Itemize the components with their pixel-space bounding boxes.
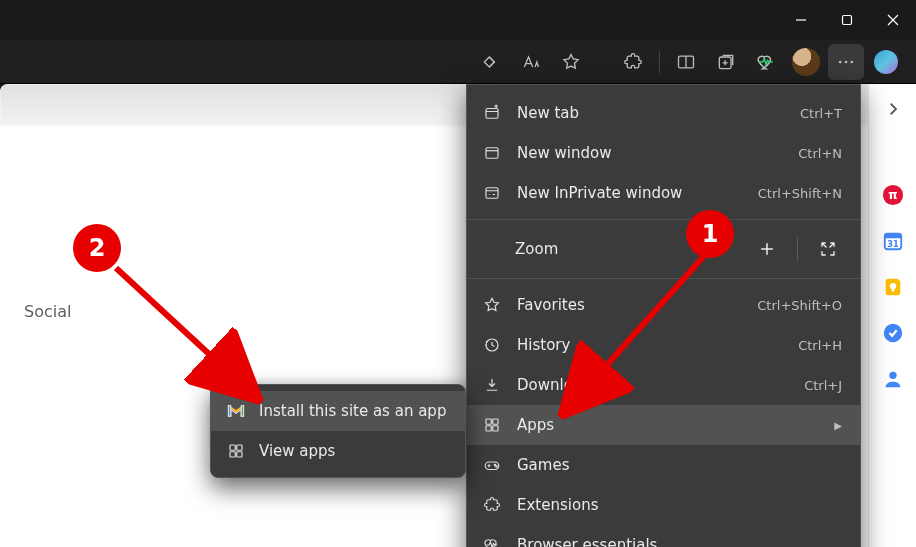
annotation-badge-2: 2 xyxy=(73,224,121,272)
svg-point-4 xyxy=(845,60,848,63)
menu-label: Games xyxy=(517,456,842,474)
menu-item-games[interactable]: Games xyxy=(467,445,860,485)
apps-icon xyxy=(481,416,503,434)
menu-shortcut: Ctrl+H xyxy=(798,338,842,353)
svg-point-3 xyxy=(839,60,842,63)
svg-rect-33 xyxy=(230,452,235,457)
menu-item-inprivate[interactable]: New InPrivate window Ctrl+Shift+N xyxy=(467,173,860,213)
svg-rect-22 xyxy=(486,419,491,424)
puzzle-icon xyxy=(481,496,503,514)
menu-label: New window xyxy=(517,144,784,162)
submenu-item-view-apps[interactable]: View apps xyxy=(211,431,465,471)
zoom-separator xyxy=(797,237,798,261)
svg-rect-15 xyxy=(891,289,893,292)
social-tab-label[interactable]: Social xyxy=(24,302,71,321)
pulse-icon xyxy=(481,536,503,547)
annotation-arrow-1 xyxy=(554,250,718,420)
svg-rect-32 xyxy=(237,445,242,450)
toolbar-separator xyxy=(659,51,660,73)
read-aloud-icon[interactable] xyxy=(473,44,509,80)
menu-item-new-window[interactable]: New window Ctrl+N xyxy=(467,133,860,173)
star-icon xyxy=(481,296,503,314)
copilot-icon xyxy=(874,50,898,74)
menu-label: Extensions xyxy=(517,496,842,514)
copilot-button[interactable] xyxy=(868,44,904,80)
avatar-image xyxy=(792,48,820,76)
download-icon xyxy=(481,376,503,394)
svg-rect-25 xyxy=(493,426,498,431)
svg-rect-12 xyxy=(884,234,901,239)
pi-app-icon[interactable]: π xyxy=(882,184,904,206)
menu-shortcut: Ctrl+T xyxy=(800,106,842,121)
annotation-arrow-2 xyxy=(108,262,268,410)
apps-grid-icon xyxy=(225,442,247,460)
menu-shortcut: Ctrl+Shift+N xyxy=(758,186,842,201)
svg-rect-23 xyxy=(493,419,498,424)
svg-rect-0 xyxy=(843,16,852,25)
svg-text:π: π xyxy=(888,188,897,202)
svg-rect-19 xyxy=(486,148,498,159)
svg-rect-34 xyxy=(237,452,242,457)
sidebar-expand-icon[interactable] xyxy=(882,98,904,120)
window-controls xyxy=(778,2,916,38)
svg-point-28 xyxy=(496,466,498,468)
keep-app-icon[interactable] xyxy=(882,276,904,298)
extension-puzzle-icon[interactable] xyxy=(615,44,651,80)
profile-avatar[interactable] xyxy=(788,44,824,80)
svg-rect-18 xyxy=(486,109,498,119)
games-icon xyxy=(481,456,503,474)
favorite-star-icon[interactable] xyxy=(553,44,589,80)
svg-point-5 xyxy=(851,60,854,63)
performance-heart-icon[interactable] xyxy=(748,44,784,80)
submenu-label: View apps xyxy=(259,442,451,460)
close-button[interactable] xyxy=(870,2,916,38)
contacts-app-icon[interactable] xyxy=(882,368,904,390)
fullscreen-button[interactable] xyxy=(810,231,846,267)
new-tab-icon xyxy=(481,104,503,122)
text-size-icon[interactable] xyxy=(513,44,549,80)
annotation-badge-1: 1 xyxy=(686,210,734,258)
tasks-app-icon[interactable] xyxy=(882,322,904,344)
svg-rect-24 xyxy=(486,426,491,431)
new-window-icon xyxy=(481,144,503,162)
menu-item-new-tab[interactable]: New tab Ctrl+T xyxy=(467,93,860,133)
menu-item-browser-essentials[interactable]: Browser essentials xyxy=(467,525,860,547)
split-screen-icon[interactable] xyxy=(668,44,704,80)
settings-more-button[interactable] xyxy=(828,44,864,80)
svg-rect-31 xyxy=(230,445,235,450)
menu-divider xyxy=(467,219,860,220)
menu-shortcut: Ctrl+J xyxy=(804,378,842,393)
svg-text:31: 31 xyxy=(887,239,899,249)
menu-label: New tab xyxy=(517,104,786,122)
menu-label: Browser essentials xyxy=(517,536,842,547)
browser-toolbar xyxy=(0,40,916,84)
menu-shortcut: Ctrl+N xyxy=(798,146,842,161)
right-sidebar: π 31 xyxy=(868,84,916,547)
calendar-app-icon[interactable]: 31 xyxy=(882,230,904,252)
maximize-button[interactable] xyxy=(824,2,870,38)
svg-point-27 xyxy=(494,464,496,466)
minimize-button[interactable] xyxy=(778,2,824,38)
submenu-label: Install this site as an app xyxy=(259,402,451,420)
submenu-arrow-icon: ▶ xyxy=(834,420,842,431)
svg-point-17 xyxy=(889,372,896,379)
svg-rect-20 xyxy=(486,188,498,199)
collections-icon[interactable] xyxy=(708,44,744,80)
menu-label: New InPrivate window xyxy=(517,184,744,202)
svg-point-14 xyxy=(889,283,895,289)
menu-item-extensions[interactable]: Extensions xyxy=(467,485,860,525)
zoom-in-button[interactable] xyxy=(749,231,785,267)
inprivate-icon xyxy=(481,184,503,202)
titlebar xyxy=(0,0,916,40)
history-icon xyxy=(481,336,503,354)
menu-shortcut: Ctrl+Shift+O xyxy=(757,298,842,313)
